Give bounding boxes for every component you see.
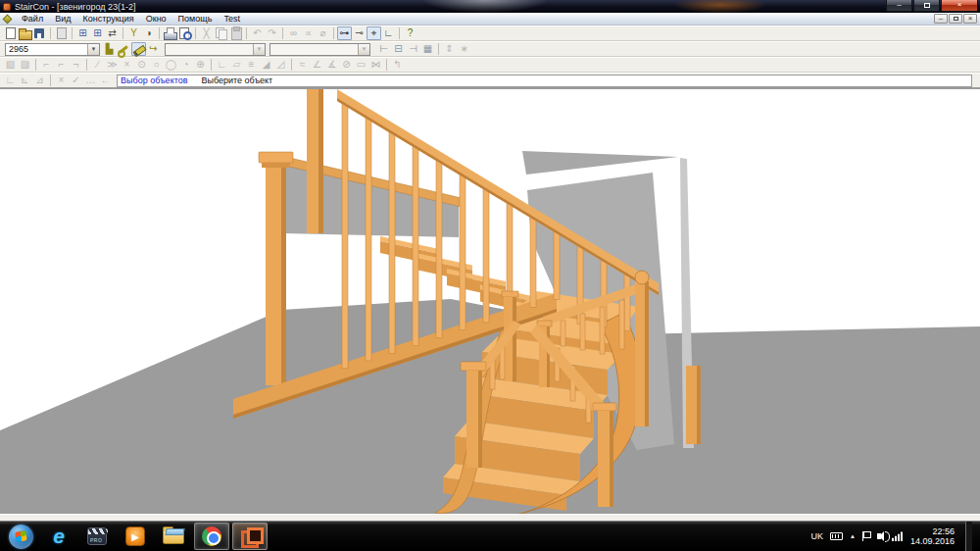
- snap-end-icon[interactable]: ¬: [69, 58, 83, 72]
- start-button[interactable]: [3, 523, 38, 550]
- edit-pencil-icon[interactable]: [131, 42, 146, 56]
- keyboard-icon[interactable]: [830, 532, 843, 540]
- angle-measure-icon[interactable]: ∡: [324, 58, 339, 72]
- chevron-down-icon[interactable]: ▼: [358, 44, 369, 55]
- fillet-icon[interactable]: ◢: [259, 58, 273, 72]
- print-preview-icon[interactable]: [177, 26, 192, 40]
- circle-center-icon[interactable]: ⊙: [134, 58, 149, 72]
- rect-icon[interactable]: ▭: [354, 58, 368, 72]
- child-minimize-button[interactable]: –: [934, 14, 948, 24]
- window-grid-icon[interactable]: ⊞: [75, 26, 90, 40]
- profile-combobox[interactable]: ▼: [270, 43, 370, 56]
- region-icon[interactable]: ▱: [229, 58, 244, 72]
- export-icon[interactable]: ↪: [146, 42, 161, 56]
- window-grid2-icon[interactable]: ⊞: [90, 26, 105, 40]
- snap-icon[interactable]: ⌐: [39, 58, 54, 72]
- staircon-icon[interactable]: [232, 523, 268, 550]
- show-hidden-icons-button[interactable]: ▲: [850, 533, 856, 539]
- menu-item-window[interactable]: Окно: [140, 13, 172, 25]
- select-add-icon[interactable]: ▨: [18, 58, 32, 72]
- circle-3p-icon[interactable]: ◯: [164, 58, 178, 72]
- hatch-icon[interactable]: ≡: [244, 58, 259, 72]
- cut-icon[interactable]: ╳: [199, 26, 214, 40]
- crosshair-icon[interactable]: ⌖: [367, 26, 381, 40]
- new-document-icon[interactable]: [3, 26, 18, 40]
- media-player-classic-icon[interactable]: [79, 523, 115, 550]
- grid-view-icon[interactable]: ▦: [420, 42, 435, 56]
- print-icon[interactable]: [163, 26, 177, 40]
- move-up-down-icon[interactable]: ⇕: [442, 42, 457, 56]
- link-icon[interactable]: ∞: [286, 26, 301, 40]
- link-edit-icon[interactable]: ∝: [301, 26, 316, 40]
- polyline-icon[interactable]: ≫: [105, 58, 120, 72]
- dimension-icon[interactable]: ⊶: [337, 26, 352, 40]
- iso-corner-icon[interactable]: ∟: [3, 74, 18, 87]
- stair-select-combobox[interactable]: 2965 ▼: [5, 43, 100, 56]
- show-desktop-button[interactable]: [965, 522, 972, 551]
- network-signal-icon[interactable]: [892, 531, 904, 541]
- fittings-icon[interactable]: ▙: [102, 42, 117, 56]
- chevron-down-icon[interactable]: ▼: [253, 44, 265, 55]
- arc-icon[interactable]: ◔: [178, 58, 193, 72]
- save-icon[interactable]: [32, 26, 47, 40]
- corner-angle-icon[interactable]: ∟: [381, 26, 396, 40]
- copy-icon[interactable]: [214, 26, 228, 40]
- spline-icon[interactable]: ≈: [295, 58, 310, 72]
- iso-corner3-icon[interactable]: ⊿: [32, 74, 47, 87]
- wrench-icon[interactable]: [117, 42, 131, 56]
- document-properties-icon[interactable]: [54, 26, 69, 40]
- cancel-icon[interactable]: ×: [54, 74, 69, 87]
- corner-icon[interactable]: ∟: [215, 58, 229, 72]
- confirm-icon[interactable]: ✓: [69, 74, 83, 87]
- align-right-icon[interactable]: ⊣: [406, 42, 420, 56]
- back-icon[interactable]: ↰: [390, 58, 405, 72]
- circle-icon[interactable]: ○: [149, 58, 164, 72]
- angle-icon[interactable]: ∠: [310, 58, 324, 72]
- line-icon[interactable]: ∕: [90, 58, 105, 72]
- align-center-icon[interactable]: ⊟: [391, 42, 406, 56]
- dimension-point-icon[interactable]: ⊸: [352, 26, 367, 40]
- undo-icon[interactable]: ↶: [250, 26, 265, 40]
- more-icon[interactable]: …: [83, 74, 98, 87]
- menu-item-construction[interactable]: Конструкция: [76, 13, 139, 25]
- chevron-down-icon[interactable]: ▼: [87, 44, 99, 55]
- back-arrow-icon[interactable]: ←: [98, 74, 113, 87]
- link-break-icon[interactable]: ⌀: [316, 26, 330, 40]
- chamfer-icon[interactable]: ◿: [273, 58, 288, 72]
- language-indicator[interactable]: UK: [810, 531, 823, 541]
- disable-icon[interactable]: ⊘: [339, 58, 354, 72]
- speaker-icon[interactable]: [877, 533, 881, 539]
- delete-icon[interactable]: ×: [120, 58, 134, 72]
- chrome-icon[interactable]: [194, 523, 229, 550]
- minimize-button[interactable]: –: [886, 0, 912, 12]
- windows-media-player-icon[interactable]: ▶: [118, 523, 153, 550]
- open-folder-icon[interactable]: [18, 26, 32, 40]
- child-close-button[interactable]: ×: [963, 14, 977, 24]
- distribute-icon[interactable]: ∗: [457, 42, 471, 56]
- explorer-folder-icon[interactable]: [156, 523, 191, 550]
- material-combobox[interactable]: ▼: [165, 43, 266, 56]
- select-icon[interactable]: ▧: [3, 58, 18, 72]
- help-icon[interactable]: ?: [403, 26, 417, 40]
- menu-item-help[interactable]: Помощь: [172, 13, 219, 25]
- action-center-flag-icon[interactable]: [862, 531, 870, 541]
- paste-icon[interactable]: [228, 26, 243, 40]
- iso-corner2-icon[interactable]: ⊾: [18, 74, 32, 87]
- child-restore-button[interactable]: [949, 14, 962, 24]
- redo-icon[interactable]: ↷: [265, 26, 279, 40]
- mirror-icon[interactable]: ⋈: [368, 58, 383, 72]
- settings-sliders-icon[interactable]: ⇄: [105, 26, 120, 40]
- snap-mid-icon[interactable]: ⌐: [54, 58, 69, 72]
- internet-explorer-icon[interactable]: e: [41, 523, 76, 550]
- measure-icon[interactable]: Y: [126, 26, 141, 40]
- move-icon[interactable]: ⊕: [193, 58, 208, 72]
- align-left-icon[interactable]: ⊢: [376, 42, 391, 56]
- view-mode-icon[interactable]: ◑: [141, 26, 156, 40]
- 3d-viewport[interactable]: [0, 87, 980, 514]
- menu-item-view[interactable]: Вид: [49, 13, 76, 25]
- maximize-button[interactable]: [913, 0, 940, 12]
- command-prompt-field[interactable]: Выбор объектов Выберите объект: [117, 75, 972, 87]
- close-button[interactable]: ×: [941, 0, 978, 12]
- menu-item-file[interactable]: Файл: [16, 13, 49, 25]
- menu-item-test[interactable]: Test: [218, 13, 246, 25]
